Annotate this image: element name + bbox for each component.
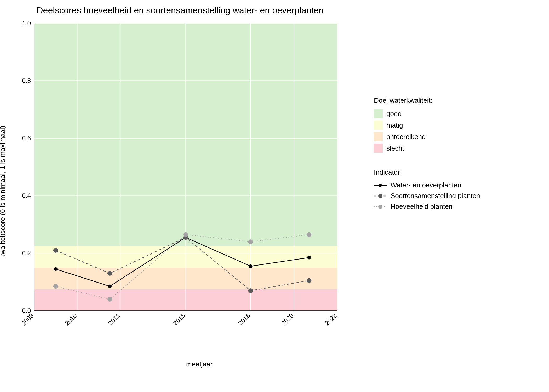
series-point-2	[183, 232, 188, 237]
series-point-1	[248, 288, 253, 293]
plot-svg: 0.00.20.40.60.81.02008201020122015201820…	[29, 21, 342, 334]
legend-line-swatch	[374, 182, 387, 188]
y-tick-label: 0.4	[22, 192, 31, 199]
legend-series-item: Soortensamenstelling planten	[374, 192, 544, 200]
legend-band-label: slecht	[386, 144, 404, 152]
x-tick-label: 2018	[237, 312, 251, 327]
series-point-0	[307, 256, 311, 260]
legend-swatch	[374, 132, 383, 141]
main-row: kwaliteitscore (0 is minimaal, 1 is maxi…	[5, 18, 544, 387]
series-point-1	[53, 248, 58, 253]
legend-band-label: matig	[386, 121, 403, 129]
svg-point-5	[378, 205, 382, 209]
legend-band-label: goed	[386, 110, 402, 118]
series-point-1	[307, 278, 311, 283]
series-point-2	[53, 284, 58, 289]
svg-point-1	[379, 184, 382, 187]
legend-series-label: Soortensamenstelling planten	[391, 192, 480, 200]
legend-swatch	[374, 144, 383, 153]
legend-series-item: Hoeveelheid planten	[374, 203, 544, 211]
y-tick-label: 0.6	[22, 135, 31, 142]
legend-series-title: Indicator:	[374, 168, 544, 176]
y-axis-label: kwaliteitscore (0 is minimaal, 1 is maxi…	[0, 126, 7, 258]
y-tick-label: 1.0	[22, 20, 31, 27]
legend-bands-title: Doel waterkwaliteit:	[374, 96, 544, 105]
x-axis-label: meetjaar	[186, 360, 213, 368]
series-point-0	[108, 285, 112, 288]
legend-series-label: Hoeveelheid planten	[391, 203, 453, 211]
legend-swatch	[374, 121, 383, 130]
legend-band-item: slecht	[374, 144, 544, 153]
svg-point-3	[378, 194, 382, 198]
legend-series-label: Water- en oeverplanten	[391, 181, 461, 189]
legend-line-swatch	[374, 193, 387, 199]
series-point-2	[107, 297, 112, 302]
y-tick-label: 0.8	[22, 77, 31, 84]
legend-bands: Doel waterkwaliteit: goedmatigontoereike…	[374, 96, 544, 153]
chart-title: Deelscores hoeveelheid en soortensamenst…	[37, 5, 544, 15]
legend-series-item: Water- en oeverplanten	[374, 181, 544, 189]
series-point-2	[307, 232, 311, 237]
chart-container: Deelscores hoeveelheid en soortensamenst…	[5, 5, 544, 387]
legend-band-item: ontoereikend	[374, 132, 544, 141]
series-point-1	[107, 271, 112, 276]
y-tick-label: 0.2	[22, 250, 31, 257]
legend-line-swatch	[374, 204, 387, 210]
x-tick-label: 2022	[323, 312, 338, 327]
legend-band-item: matig	[374, 121, 544, 130]
x-tick-label: 2010	[63, 312, 78, 327]
series-point-2	[248, 239, 253, 244]
x-tick-label: 2015	[172, 312, 187, 327]
x-tick-label: 2020	[280, 312, 295, 327]
legend-column: Doel waterkwaliteit: goedmatigontoereike…	[358, 18, 544, 387]
series-point-0	[249, 264, 253, 268]
legend-swatch	[374, 109, 383, 118]
plot-svg-wrap: 0.00.20.40.60.81.02008201020122015201820…	[29, 21, 342, 334]
legend-band-item: goed	[374, 109, 544, 118]
chart-area: kwaliteitscore (0 is minimaal, 1 is maxi…	[5, 18, 358, 366]
legend-band-label: ontoereikend	[386, 133, 426, 141]
series-point-0	[54, 267, 58, 271]
x-tick-label: 2012	[107, 312, 122, 327]
legend-series: Indicator: Water- en oeverplantenSoorten…	[374, 168, 544, 211]
